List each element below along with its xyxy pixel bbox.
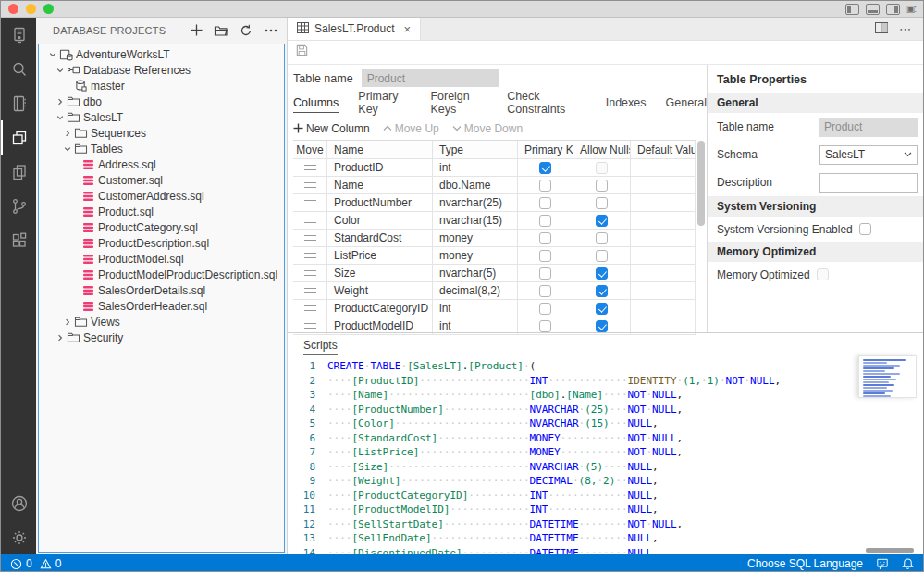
more-actions-icon[interactable] [263,22,279,39]
column-type-cell[interactable]: decimal(8,2) [433,282,518,300]
tree-item-product-sql[interactable]: Product.sql [39,204,284,219]
default-value-cell[interactable] [631,265,696,282]
column-name-cell[interactable]: ProductID [327,159,433,177]
primary-key-checkbox[interactable] [539,320,551,332]
primary-key-checkbox[interactable] [539,180,551,192]
tree-item-productmodel-sql[interactable]: ProductModel.sql [39,251,284,267]
drag-handle-icon[interactable] [304,200,316,205]
allow-nulls-checkbox[interactable] [596,232,608,244]
tree-item-security[interactable]: Security [39,330,284,345]
allow-nulls-checkbox[interactable] [596,285,608,297]
default-value-cell[interactable] [631,247,696,265]
drag-handle-icon[interactable] [304,253,316,258]
column-name-cell[interactable]: ProductNumber [327,194,433,212]
drag-handle-icon[interactable] [304,305,316,311]
table-name-input[interactable] [362,69,499,87]
drag-handle-icon[interactable] [304,218,316,223]
column-name-cell[interactable]: Name [327,177,433,194]
primary-key-checkbox[interactable] [539,197,551,209]
more-actions-icon[interactable]: ⋯ [899,22,912,36]
column-name-cell[interactable]: Color [327,212,433,230]
drag-handle-icon[interactable] [304,270,316,276]
schema-select[interactable]: SalesLT [819,145,918,165]
column-type-cell[interactable]: money [433,230,518,247]
editor-tab-saleslt-product[interactable]: SalesLT.Product × [288,18,421,40]
allow-nulls-checkbox[interactable] [596,180,608,192]
refresh-icon[interactable] [238,22,254,39]
default-value-cell[interactable] [631,177,696,194]
tree-item-sequences[interactable]: Sequences [39,125,284,141]
primary-key-checkbox[interactable] [539,267,551,280]
default-value-cell[interactable] [631,212,696,230]
activity-item-connections[interactable] [1,18,36,52]
default-value-cell[interactable] [631,159,696,177]
designer-tab-primary-key[interactable]: Primary Key [358,90,411,119]
default-value-cell[interactable] [631,194,696,212]
move-down-button[interactable]: Move Down [452,122,523,135]
activity-item-database-projects[interactable] [1,120,36,155]
tree-item-saleslt[interactable]: SalesLT [39,109,284,125]
designer-tab-check-constraints[interactable]: Check Constraints [507,90,586,119]
activity-item-pages[interactable] [1,155,36,189]
allow-nulls-checkbox[interactable] [596,250,608,262]
allow-nulls-checkbox[interactable] [596,197,608,209]
tree-item-productcategory-sql[interactable]: ProductCategory.sql [39,219,284,235]
column-type-cell[interactable]: nvarchar(15) [433,212,518,230]
tree-item-salesorderdetails-sql[interactable]: SalesOrderDetails.sql [39,282,284,298]
minimap[interactable] [858,355,917,398]
zoom-window-button[interactable] [43,4,54,14]
activity-item-notebooks[interactable] [1,86,36,120]
column-type-cell[interactable]: int [433,300,518,317]
system-versioning-enabled-checkbox[interactable] [859,223,871,235]
drag-handle-icon[interactable] [304,323,316,329]
grid-scrollbar[interactable] [696,141,706,331]
new-project-icon[interactable] [188,22,204,39]
close-window-button[interactable] [8,4,18,14]
tree-item-salesorderheader-sql[interactable]: SalesOrderHeader.sql [39,298,284,314]
drag-handle-icon[interactable] [304,288,316,293]
activity-item-account[interactable] [1,486,36,520]
column-type-cell[interactable]: int [433,159,518,177]
activity-item-extensions[interactable] [1,223,36,257]
toggle-panel-left-icon[interactable] [845,4,859,15]
language-mode-button[interactable]: Choose SQL Language [747,557,863,570]
split-editor-icon[interactable] [875,20,888,37]
open-folder-icon[interactable] [213,22,229,39]
feedback-icon[interactable] [876,558,889,570]
tree-item-address-sql[interactable]: Address.sql [39,156,284,172]
drag-handle-icon[interactable] [304,182,316,188]
activity-item-search[interactable] [1,52,36,86]
minimize-window-button[interactable] [26,4,36,14]
column-type-cell[interactable]: nvarchar(5) [433,265,518,282]
designer-tab-columns[interactable]: Columns [293,96,339,113]
close-tab-icon[interactable]: × [404,22,412,36]
allow-nulls-checkbox[interactable] [596,215,608,227]
drag-handle-icon[interactable] [304,235,316,241]
primary-key-checkbox[interactable] [539,232,551,244]
toggle-panel-bottom-icon[interactable] [866,4,880,15]
allow-nulls-checkbox[interactable] [596,303,608,315]
tree-item-customeraddress-sql[interactable]: CustomerAddress.sql [39,188,284,204]
tree-item-adventureworkslt[interactable]: AdventureWorksLT [39,46,284,62]
move-up-button[interactable]: Move Up [383,122,439,135]
new-column-button[interactable]: New Column [293,122,370,135]
column-type-cell[interactable]: dbo.Name [433,177,518,194]
notifications-bell-icon[interactable] [902,557,914,570]
designer-tab-indexes[interactable]: Indexes [606,96,647,113]
scripts-tab[interactable]: Scripts [303,339,338,355]
tree-item-views[interactable]: Views [39,314,284,330]
description-input[interactable] [819,173,918,193]
default-value-cell[interactable] [631,300,696,317]
column-type-cell[interactable]: nvarchar(25) [433,194,518,212]
default-value-cell[interactable] [631,282,696,300]
tree-item-master[interactable]: master [39,78,284,93]
default-value-cell[interactable] [631,230,696,247]
tree-item-tables[interactable]: Tables [39,141,284,156]
column-name-cell[interactable]: StandardCost [327,230,433,247]
column-type-cell[interactable]: money [433,247,518,265]
toggle-panel-right-icon[interactable] [886,4,900,15]
primary-key-checkbox[interactable] [539,250,551,262]
tree-item-database-references[interactable]: Database References [39,62,284,78]
primary-key-checkbox[interactable] [539,285,551,297]
drag-handle-icon[interactable] [304,165,316,170]
